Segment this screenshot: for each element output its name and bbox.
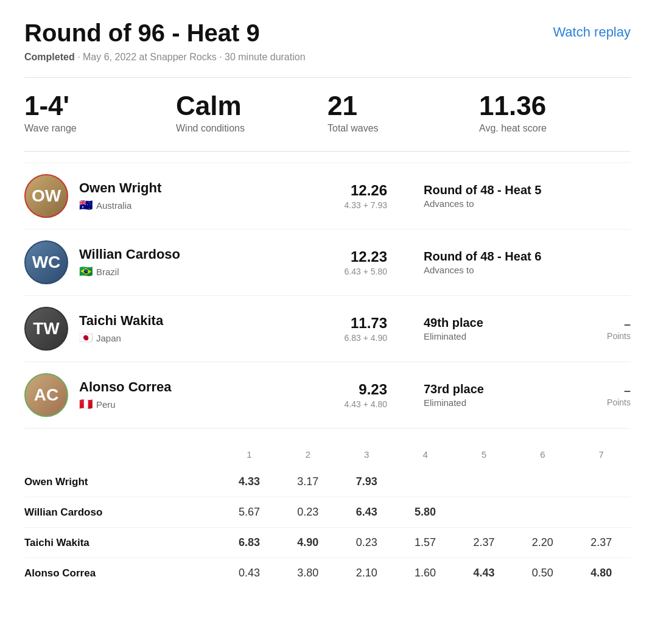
wave-score-cell: 1.60 <box>396 558 454 589</box>
surfer-info: Owen Wright 🇦🇺 Australia <box>79 180 345 212</box>
points-label: Points <box>582 331 631 341</box>
surfer-info: Alonso Correa 🇵🇪 Peru <box>79 379 345 411</box>
avg-heat-score-label: Avg. heat score <box>479 123 631 134</box>
flag-icon: 🇧🇷 <box>79 265 93 278</box>
surfer-score: 9.23 4.43 + 4.80 <box>345 381 387 409</box>
wave-score-cell <box>572 467 631 497</box>
table-surfer-name: Owen Wright <box>24 467 220 497</box>
stats-divider <box>24 151 631 152</box>
avatar: TW <box>24 307 68 351</box>
wave-score-cell: 6.43 <box>337 497 396 528</box>
score-main: 12.23 <box>345 248 387 265</box>
result-sub: Advances to <box>424 198 582 209</box>
surfer-name: Willian Cardoso <box>79 247 345 262</box>
score-sub: 6.43 + 5.80 <box>345 267 387 276</box>
table-row: Taichi Wakita6.834.900.231.572.372.202.3… <box>24 528 631 558</box>
flag-icon: 🇵🇪 <box>79 397 93 411</box>
avatar: OW <box>24 174 68 218</box>
wave-score-cell: 2.37 <box>572 528 631 558</box>
wave-score-cell: 4.33 <box>220 467 278 497</box>
result-title: Round of 48 - Heat 5 <box>424 183 582 197</box>
surfer-points: – Points <box>582 317 631 341</box>
wave-score-cell: 6.83 <box>220 528 278 558</box>
stat-total-waves: 21 Total waves <box>328 93 479 134</box>
wave-score-cell: 0.23 <box>279 497 337 528</box>
score-sub: 6.83 + 4.90 <box>345 333 387 343</box>
wave-scores-table: 1234567Owen Wright4.333.177.93Willian Ca… <box>24 446 631 588</box>
wave-score-cell: 1.57 <box>396 528 454 558</box>
table-surfer-name: Alonso Correa <box>24 558 220 589</box>
score-main: 11.73 <box>345 315 387 332</box>
wave-score-cell: 0.50 <box>513 558 572 589</box>
wind-label: Wind conditions <box>176 123 328 134</box>
result-title: 73rd place <box>424 382 582 396</box>
surfer-name: Owen Wright <box>79 180 345 196</box>
subtitle-detail: · May 6, 2022 at Snapper Rocks · 30 minu… <box>77 52 305 62</box>
wave-score-cell <box>396 467 454 497</box>
table-surfer-name: Willian Cardoso <box>24 497 220 528</box>
table-row: Willian Cardoso5.670.236.435.80 <box>24 497 631 528</box>
col-header-num: 4 <box>396 446 454 467</box>
wave-score-cell: 2.37 <box>455 528 513 558</box>
wind-value: Calm <box>176 93 328 119</box>
surfer-score: 12.26 4.33 + 7.93 <box>345 182 387 210</box>
country-name: Japan <box>96 333 121 343</box>
wave-range-label: Wave range <box>24 123 176 134</box>
table-row: Alonso Correa0.433.802.101.604.430.504.8… <box>24 558 631 589</box>
stats-row: 1-4' Wave range Calm Wind conditions 21 … <box>24 93 631 134</box>
avatar: WC <box>24 240 68 284</box>
result-title: Round of 48 - Heat 6 <box>424 250 582 264</box>
header-divider <box>24 77 631 78</box>
col-header-num: 3 <box>337 446 396 467</box>
flag-icon: 🇦🇺 <box>79 198 93 212</box>
wave-score-cell: 4.80 <box>572 558 631 589</box>
col-header-num: 7 <box>572 446 631 467</box>
surfer-row: WC Willian Cardoso 🇧🇷 Brazil 12.23 6.43 … <box>24 229 631 296</box>
wave-score-cell <box>455 467 513 497</box>
result-sub: Eliminated <box>424 331 582 341</box>
score-sub: 4.33 + 7.93 <box>345 200 387 210</box>
wave-score-cell <box>513 497 572 528</box>
watch-replay-link[interactable]: Watch replay <box>553 24 631 40</box>
page-header: Round of 96 - Heat 9 Watch replay <box>24 19 631 47</box>
wave-score-cell <box>513 467 572 497</box>
subtitle: Completed · May 6, 2022 at Snapper Rocks… <box>24 52 631 63</box>
wave-score-cell: 5.80 <box>396 497 454 528</box>
stat-wave-range: 1-4' Wave range <box>24 93 176 134</box>
col-header-name <box>24 446 220 467</box>
total-waves-label: Total waves <box>328 123 479 134</box>
country-name: Peru <box>96 399 116 410</box>
col-header-num: 6 <box>513 446 572 467</box>
surfer-points: – Points <box>582 383 631 407</box>
points-label: Points <box>582 397 631 407</box>
avg-heat-score-value: 11.36 <box>479 93 631 119</box>
wave-range-value: 1-4' <box>24 93 176 119</box>
wave-score-cell: 2.20 <box>513 528 572 558</box>
stat-wind: Calm Wind conditions <box>176 93 328 134</box>
country-name: Australia <box>96 200 131 211</box>
surfer-result: 73rd place Eliminated <box>424 382 582 408</box>
wave-score-cell: 3.17 <box>279 467 337 497</box>
avatar: AC <box>24 373 68 417</box>
table-row: Owen Wright4.333.177.93 <box>24 467 631 497</box>
status-badge: Completed <box>24 52 75 62</box>
surfer-country: 🇯🇵 Japan <box>79 331 345 345</box>
wave-score-cell: 5.67 <box>220 497 278 528</box>
surfer-name: Taichi Wakita <box>79 313 345 329</box>
surfer-score: 12.23 6.43 + 5.80 <box>345 248 387 276</box>
surfers-list: OW Owen Wright 🇦🇺 Australia 12.26 4.33 +… <box>24 163 631 429</box>
points-value: – <box>582 383 631 397</box>
wave-score-cell <box>455 497 513 528</box>
country-name: Brazil <box>96 267 119 277</box>
surfer-score: 11.73 6.83 + 4.90 <box>345 315 387 343</box>
points-value: – <box>582 317 631 331</box>
stat-avg-heat-score: 11.36 Avg. heat score <box>479 93 631 134</box>
surfer-info: Willian Cardoso 🇧🇷 Brazil <box>79 247 345 278</box>
wave-scores-section: 1234567Owen Wright4.333.177.93Willian Ca… <box>24 446 631 588</box>
score-sub: 4.43 + 4.80 <box>345 399 387 409</box>
surfer-row: OW Owen Wright 🇦🇺 Australia 12.26 4.33 +… <box>24 163 631 229</box>
score-main: 9.23 <box>345 381 387 398</box>
col-header-num: 2 <box>279 446 337 467</box>
surfer-country: 🇦🇺 Australia <box>79 198 345 212</box>
wave-score-cell: 4.43 <box>455 558 513 589</box>
